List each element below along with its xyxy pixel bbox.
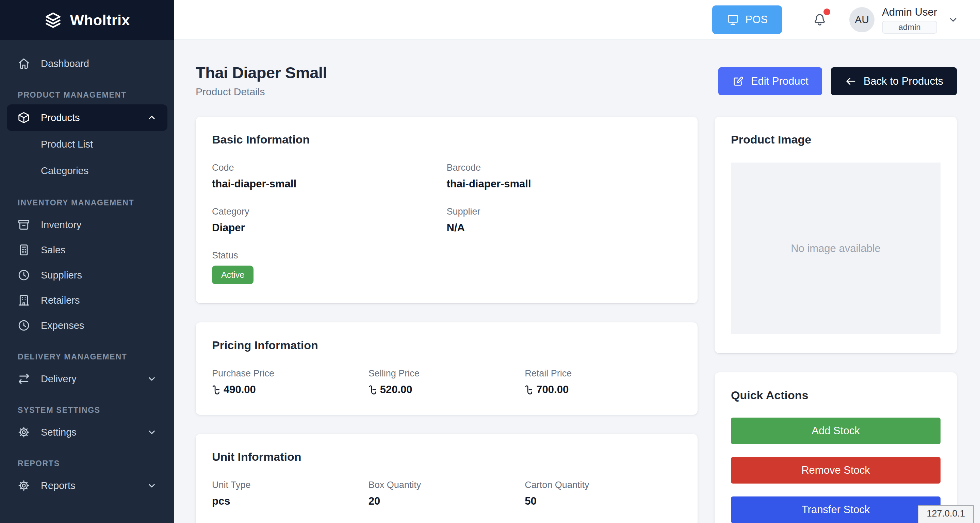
home-icon <box>17 57 30 70</box>
sidebar-section-delivery-management: DELIVERY MANAGEMENT <box>18 352 164 361</box>
edit-pencil-icon <box>732 75 744 87</box>
sidebar-item-products[interactable]: Products <box>7 105 167 131</box>
browser-status-bubble: 127.0.0.1 <box>918 505 974 523</box>
taka-currency-icon <box>212 385 220 395</box>
monitor-icon <box>727 13 740 26</box>
sidebar-item-settings[interactable]: Settings <box>7 420 167 445</box>
page-title-block: Thai Diaper Small Product Details <box>196 63 327 98</box>
product-image-placeholder: No image available <box>731 163 940 334</box>
sidebar-item-label: Reports <box>41 480 76 491</box>
field-barcode: Barcode thai-diaper-small <box>447 163 682 190</box>
edit-product-button[interactable]: Edit Product <box>718 67 822 95</box>
unit-info-grid: Unit Type pcs Box Quantity 20 Carton Qua… <box>212 480 681 507</box>
field-carton-quantity: Carton Quantity 50 <box>525 480 681 507</box>
right-column: Product Image No image available Quick A… <box>714 117 957 523</box>
user-name: Admin User <box>882 6 937 18</box>
chevron-down-icon <box>146 373 157 384</box>
pricing-information-card: Pricing Information Purchase Price 490.0… <box>196 322 698 415</box>
chevron-down-icon <box>146 480 157 491</box>
field-box-quantity: Box Quantity 20 <box>369 480 525 507</box>
sidebar-item-expenses[interactable]: Expenses <box>7 313 167 338</box>
transfer-stock-button[interactable]: Transfer Stock <box>731 496 940 523</box>
sidebar-item-label: Inventory <box>41 219 81 231</box>
field-supplier: Supplier N/A <box>447 206 682 234</box>
price-amount: 700.00 <box>536 384 569 396</box>
arrow-left-icon <box>845 75 857 87</box>
notification-unread-dot <box>824 8 830 15</box>
sidebar-section-inventory-management: INVENTORY MANAGEMENT <box>18 198 164 208</box>
sidebar-item-delivery[interactable]: Delivery <box>7 366 167 391</box>
field-category: Category Diaper <box>212 206 447 234</box>
archive-icon <box>17 218 30 231</box>
sidebar-item-retailers[interactable]: Retailers <box>7 288 167 313</box>
sidebar-subitem-product-list[interactable]: Product List <box>7 131 167 157</box>
taka-currency-icon <box>525 385 533 395</box>
topbar: POS AU Admin User admin <box>174 0 980 40</box>
price-amount: 520.00 <box>380 384 412 396</box>
sidebar-section-product-management: PRODUCT MANAGEMENT <box>18 90 164 100</box>
product-image-card: Product Image No image available <box>714 117 957 353</box>
gear-icon <box>17 425 30 439</box>
sidebar-item-inventory[interactable]: Inventory <box>7 212 167 237</box>
chevron-up-icon <box>146 112 157 123</box>
sidebar-item-label: Products <box>41 112 80 124</box>
back-to-products-label: Back to Products <box>864 75 943 87</box>
basic-info-grid: Code thai-diaper-small Barcode thai-diap… <box>212 163 681 284</box>
sidebar-item-label: Sales <box>41 244 66 256</box>
clock-icon <box>17 319 30 332</box>
basic-information-card: Basic Information Code thai-diaper-small… <box>196 117 698 303</box>
transfer-arrows-icon <box>17 372 30 386</box>
clock-icon <box>17 268 30 282</box>
sidebar-item-label: Expenses <box>41 320 84 331</box>
status-badge: Active <box>212 266 253 284</box>
taka-currency-icon <box>369 385 377 395</box>
user-role-badge: admin <box>882 21 937 34</box>
price-amount: 490.00 <box>224 384 256 396</box>
sidebar-item-label: Delivery <box>41 373 76 385</box>
sidebar-item-label: Settings <box>41 427 76 438</box>
pricing-grid: Purchase Price 490.00 Selling Price <box>212 368 681 396</box>
content-columns: Basic Information Code thai-diaper-small… <box>196 117 957 523</box>
brand-logo[interactable]: Wholtrix <box>0 0 174 40</box>
sidebar-section-system-settings: SYSTEM SETTINGS <box>18 406 164 415</box>
avatar-initials: AU <box>855 14 869 25</box>
field-status: Status Active <box>212 250 447 284</box>
sidebar-item-label: Retailers <box>41 295 80 306</box>
left-column: Basic Information Code thai-diaper-small… <box>196 117 698 523</box>
pos-button-label: POS <box>746 14 768 26</box>
quick-actions-list: Add Stock Remove Stock Transfer Stock <box>731 418 940 523</box>
pos-button[interactable]: POS <box>712 5 782 34</box>
remove-stock-button[interactable]: Remove Stock <box>731 457 940 483</box>
edit-product-label: Edit Product <box>751 75 808 87</box>
main-area: POS AU Admin User admin <box>174 0 980 523</box>
page-title: Thai Diaper Small <box>196 63 327 82</box>
layers-icon <box>44 11 62 29</box>
sidebar-item-suppliers[interactable]: Suppliers <box>7 263 167 288</box>
sidebar-nav: Dashboard PRODUCT MANAGEMENT Products Pr… <box>0 40 174 498</box>
back-to-products-button[interactable]: Back to Products <box>831 67 957 95</box>
sidebar-item-reports[interactable]: Reports <box>7 473 167 498</box>
page-header: Thai Diaper Small Product Details Edit P… <box>196 63 957 98</box>
avatar[interactable]: AU <box>850 7 875 32</box>
field-unit-type: Unit Type pcs <box>212 480 369 507</box>
page-subtitle: Product Details <box>196 86 327 98</box>
app-root: Wholtrix Dashboard PRODUCT MANAGEMENT Pr… <box>0 0 980 523</box>
sidebar-subitem-categories[interactable]: Categories <box>7 157 167 184</box>
card-title: Basic Information <box>212 133 681 146</box>
notifications-button[interactable] <box>812 12 827 27</box>
quick-actions-card: Quick Actions Add Stock Remove Stock Tra… <box>714 372 957 523</box>
sidebar-item-label: Dashboard <box>41 58 89 70</box>
sidebar-item-dashboard[interactable]: Dashboard <box>7 51 167 76</box>
sidebar-item-sales[interactable]: Sales <box>7 237 167 263</box>
field-code: Code thai-diaper-small <box>212 163 447 190</box>
sidebar-item-label: Suppliers <box>41 269 82 281</box>
card-title: Quick Actions <box>731 389 940 402</box>
user-menu[interactable]: Admin User admin <box>882 6 959 34</box>
field-purchase-price: Purchase Price 490.00 <box>212 368 369 396</box>
unit-information-card: Unit Information Unit Type pcs Box Quant… <box>196 434 698 523</box>
card-title: Pricing Information <box>212 339 681 352</box>
chevron-down-icon <box>146 427 157 437</box>
sidebar: Wholtrix Dashboard PRODUCT MANAGEMENT Pr… <box>0 0 174 523</box>
card-title: Product Image <box>731 133 940 146</box>
add-stock-button[interactable]: Add Stock <box>731 418 940 444</box>
